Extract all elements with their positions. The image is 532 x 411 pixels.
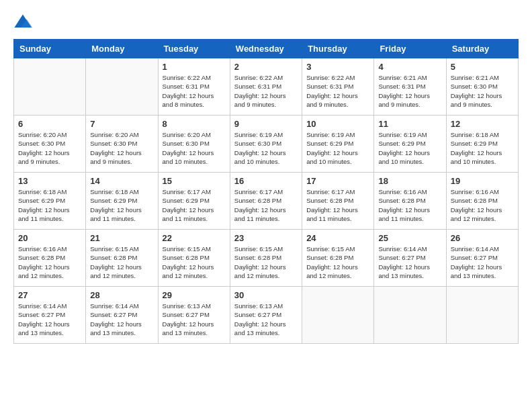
- day-info: Sunrise: 6:22 AM Sunset: 6:31 PM Dayligh…: [163, 73, 226, 109]
- day-number: 28: [90, 290, 153, 300]
- calendar-cell: 28Sunrise: 6:14 AM Sunset: 6:27 PM Dayli…: [86, 287, 158, 344]
- day-number: 11: [378, 119, 441, 129]
- calendar-cell: [446, 287, 518, 344]
- day-number: 26: [451, 233, 514, 243]
- calendar-cell: 30Sunrise: 6:13 AM Sunset: 6:27 PM Dayli…: [230, 287, 302, 344]
- day-number: 2: [234, 62, 298, 72]
- day-info: Sunrise: 6:15 AM Sunset: 6:28 PM Dayligh…: [90, 244, 153, 280]
- calendar-cell: 29Sunrise: 6:13 AM Sunset: 6:27 PM Dayli…: [158, 287, 230, 344]
- day-info: Sunrise: 6:22 AM Sunset: 6:31 PM Dayligh…: [234, 73, 298, 109]
- day-info: Sunrise: 6:18 AM Sunset: 6:29 PM Dayligh…: [18, 187, 81, 223]
- day-info: Sunrise: 6:16 AM Sunset: 6:28 PM Dayligh…: [18, 244, 81, 280]
- calendar-body: 1Sunrise: 6:22 AM Sunset: 6:31 PM Daylig…: [14, 58, 519, 344]
- calendar-cell: 11Sunrise: 6:19 AM Sunset: 6:29 PM Dayli…: [374, 116, 446, 173]
- calendar-cell: 20Sunrise: 6:16 AM Sunset: 6:28 PM Dayli…: [14, 230, 86, 287]
- calendar-cell: [374, 287, 446, 344]
- calendar-cell: 22Sunrise: 6:15 AM Sunset: 6:28 PM Dayli…: [158, 230, 230, 287]
- day-number: 15: [163, 176, 226, 186]
- day-info: Sunrise: 6:15 AM Sunset: 6:28 PM Dayligh…: [163, 244, 226, 280]
- column-header-wednesday: Wednesday: [230, 40, 302, 58]
- calendar-table: SundayMondayTuesdayWednesdayThursdayFrid…: [13, 39, 519, 344]
- page-header: [13, 13, 519, 32]
- calendar-cell: 5Sunrise: 6:21 AM Sunset: 6:30 PM Daylig…: [446, 58, 518, 116]
- day-info: Sunrise: 6:19 AM Sunset: 6:29 PM Dayligh…: [306, 130, 369, 166]
- day-number: 4: [378, 62, 441, 72]
- day-info: Sunrise: 6:13 AM Sunset: 6:27 PM Dayligh…: [234, 302, 298, 337]
- day-info: Sunrise: 6:19 AM Sunset: 6:30 PM Dayligh…: [234, 130, 298, 166]
- calendar-cell: 26Sunrise: 6:14 AM Sunset: 6:27 PM Dayli…: [446, 230, 518, 287]
- calendar-cell: 10Sunrise: 6:19 AM Sunset: 6:29 PM Dayli…: [302, 116, 374, 173]
- day-number: 1: [163, 62, 226, 72]
- day-info: Sunrise: 6:22 AM Sunset: 6:31 PM Dayligh…: [306, 73, 369, 109]
- calendar-cell: 7Sunrise: 6:20 AM Sunset: 6:30 PM Daylig…: [86, 116, 158, 173]
- logo: [13, 13, 35, 32]
- day-number: 27: [18, 290, 81, 300]
- day-number: 30: [234, 290, 298, 300]
- calendar-cell: 19Sunrise: 6:16 AM Sunset: 6:28 PM Dayli…: [446, 173, 518, 230]
- day-info: Sunrise: 6:17 AM Sunset: 6:28 PM Dayligh…: [306, 187, 369, 223]
- day-number: 21: [90, 233, 153, 243]
- week-row-5: 27Sunrise: 6:14 AM Sunset: 6:27 PM Dayli…: [14, 287, 519, 344]
- logo-icon: [13, 13, 32, 32]
- calendar-cell: 3Sunrise: 6:22 AM Sunset: 6:31 PM Daylig…: [302, 58, 374, 116]
- day-info: Sunrise: 6:18 AM Sunset: 6:29 PM Dayligh…: [90, 187, 153, 223]
- calendar-cell: 6Sunrise: 6:20 AM Sunset: 6:30 PM Daylig…: [14, 116, 86, 173]
- day-number: 22: [163, 233, 226, 243]
- calendar-cell: [302, 287, 374, 344]
- day-info: Sunrise: 6:15 AM Sunset: 6:28 PM Dayligh…: [306, 244, 369, 280]
- day-info: Sunrise: 6:21 AM Sunset: 6:30 PM Dayligh…: [451, 73, 514, 109]
- week-row-2: 6Sunrise: 6:20 AM Sunset: 6:30 PM Daylig…: [14, 116, 519, 173]
- calendar-cell: 18Sunrise: 6:16 AM Sunset: 6:28 PM Dayli…: [374, 173, 446, 230]
- calendar-cell: 8Sunrise: 6:20 AM Sunset: 6:30 PM Daylig…: [158, 116, 230, 173]
- calendar-cell: 17Sunrise: 6:17 AM Sunset: 6:28 PM Dayli…: [302, 173, 374, 230]
- column-header-monday: Monday: [86, 40, 158, 58]
- calendar-cell: [14, 58, 86, 116]
- day-info: Sunrise: 6:16 AM Sunset: 6:28 PM Dayligh…: [378, 187, 441, 223]
- calendar-cell: 15Sunrise: 6:17 AM Sunset: 6:29 PM Dayli…: [158, 173, 230, 230]
- day-info: Sunrise: 6:17 AM Sunset: 6:28 PM Dayligh…: [234, 187, 298, 223]
- day-number: 19: [451, 176, 514, 186]
- day-info: Sunrise: 6:14 AM Sunset: 6:27 PM Dayligh…: [451, 244, 514, 280]
- day-info: Sunrise: 6:15 AM Sunset: 6:28 PM Dayligh…: [234, 244, 298, 280]
- day-number: 25: [378, 233, 441, 243]
- calendar-cell: 9Sunrise: 6:19 AM Sunset: 6:30 PM Daylig…: [230, 116, 302, 173]
- calendar-cell: 23Sunrise: 6:15 AM Sunset: 6:28 PM Dayli…: [230, 230, 302, 287]
- day-number: 10: [306, 119, 369, 129]
- calendar-header: SundayMondayTuesdayWednesdayThursdayFrid…: [14, 40, 519, 58]
- day-number: 7: [90, 119, 153, 129]
- day-info: Sunrise: 6:14 AM Sunset: 6:27 PM Dayligh…: [90, 302, 153, 337]
- calendar-cell: 14Sunrise: 6:18 AM Sunset: 6:29 PM Dayli…: [86, 173, 158, 230]
- calendar-cell: 2Sunrise: 6:22 AM Sunset: 6:31 PM Daylig…: [230, 58, 302, 116]
- calendar-cell: 21Sunrise: 6:15 AM Sunset: 6:28 PM Dayli…: [86, 230, 158, 287]
- day-info: Sunrise: 6:17 AM Sunset: 6:29 PM Dayligh…: [163, 187, 226, 223]
- day-number: 9: [234, 119, 298, 129]
- column-header-sunday: Sunday: [14, 40, 86, 58]
- calendar-cell: 24Sunrise: 6:15 AM Sunset: 6:28 PM Dayli…: [302, 230, 374, 287]
- week-row-3: 13Sunrise: 6:18 AM Sunset: 6:29 PM Dayli…: [14, 173, 519, 230]
- day-number: 13: [18, 176, 81, 186]
- column-header-saturday: Saturday: [446, 40, 518, 58]
- calendar-cell: 16Sunrise: 6:17 AM Sunset: 6:28 PM Dayli…: [230, 173, 302, 230]
- day-info: Sunrise: 6:16 AM Sunset: 6:28 PM Dayligh…: [451, 187, 514, 223]
- day-number: 18: [378, 176, 441, 186]
- day-number: 23: [234, 233, 298, 243]
- calendar-cell: [86, 58, 158, 116]
- calendar-cell: 13Sunrise: 6:18 AM Sunset: 6:29 PM Dayli…: [14, 173, 86, 230]
- day-info: Sunrise: 6:14 AM Sunset: 6:27 PM Dayligh…: [18, 302, 81, 337]
- column-header-friday: Friday: [374, 40, 446, 58]
- day-info: Sunrise: 6:13 AM Sunset: 6:27 PM Dayligh…: [163, 302, 226, 337]
- column-header-tuesday: Tuesday: [158, 40, 230, 58]
- day-number: 20: [18, 233, 81, 243]
- calendar-cell: 25Sunrise: 6:14 AM Sunset: 6:27 PM Dayli…: [374, 230, 446, 287]
- calendar-cell: 4Sunrise: 6:21 AM Sunset: 6:31 PM Daylig…: [374, 58, 446, 116]
- week-row-4: 20Sunrise: 6:16 AM Sunset: 6:28 PM Dayli…: [14, 230, 519, 287]
- calendar-cell: 12Sunrise: 6:18 AM Sunset: 6:29 PM Dayli…: [446, 116, 518, 173]
- day-number: 12: [451, 119, 514, 129]
- day-number: 24: [306, 233, 369, 243]
- calendar-cell: 27Sunrise: 6:14 AM Sunset: 6:27 PM Dayli…: [14, 287, 86, 344]
- day-number: 14: [90, 176, 153, 186]
- calendar-cell: 1Sunrise: 6:22 AM Sunset: 6:31 PM Daylig…: [158, 58, 230, 116]
- day-info: Sunrise: 6:18 AM Sunset: 6:29 PM Dayligh…: [451, 130, 514, 166]
- day-info: Sunrise: 6:19 AM Sunset: 6:29 PM Dayligh…: [378, 130, 441, 166]
- day-info: Sunrise: 6:20 AM Sunset: 6:30 PM Dayligh…: [90, 130, 153, 166]
